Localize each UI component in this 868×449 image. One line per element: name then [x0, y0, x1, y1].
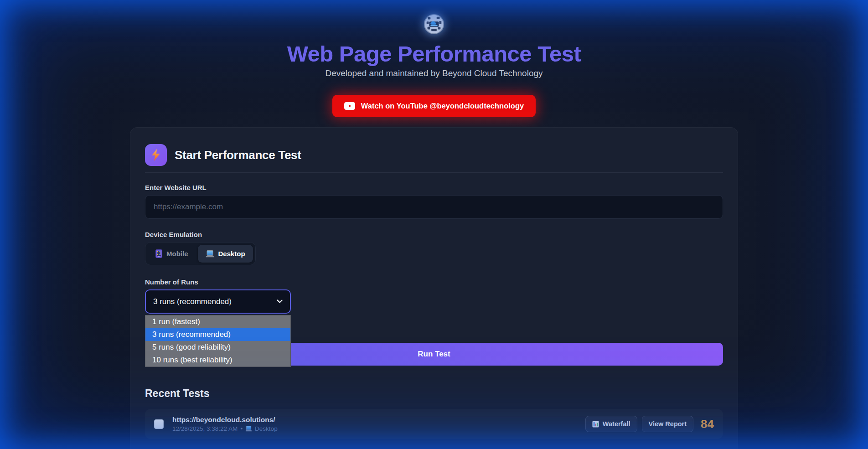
dropdown-option-1-run[interactable]: 1 run (fastest): [145, 315, 290, 328]
dropdown-option-5-runs[interactable]: 5 runs (good reliability): [145, 341, 290, 354]
runs-dropdown: 1 run (fastest) 3 runs (recommended) 5 r…: [145, 315, 291, 367]
page-title: Web Page Performance Test: [0, 41, 868, 67]
test-info: https://beyondcloud.solutions/ 12/28/202…: [172, 416, 278, 432]
test-row-checkbox[interactable]: [154, 419, 164, 429]
meta-separator: •: [240, 425, 243, 432]
header-divider: [145, 172, 723, 173]
laptop-icon: [245, 426, 252, 432]
hero-section: Web Page Performance Test Developed and …: [0, 0, 868, 117]
laptop-icon: [206, 250, 214, 258]
runs-select-wrap: 3 runs (recommended) 1 run (fastest) 3 r…: [145, 289, 291, 314]
page-subtitle: Developed and maintained by Beyond Cloud…: [0, 68, 868, 78]
test-meta: 12/28/2025, 3:38:22 AM • Desktop: [172, 425, 278, 432]
runs-label: Number of Runs: [145, 278, 723, 286]
bar-chart-icon: [592, 421, 599, 428]
recent-tests-heading: Recent Tests: [145, 387, 723, 400]
mobile-phone-icon: [155, 249, 162, 258]
waterfall-button[interactable]: Waterfall: [585, 416, 637, 432]
device-toggle-group: Mobile Desktop: [145, 242, 256, 265]
bolt-icon-badge: [145, 144, 167, 166]
test-url: https://beyondcloud.solutions/: [172, 416, 278, 424]
toggle-desktop-button[interactable]: Desktop: [198, 245, 253, 263]
youtube-play-icon: [344, 102, 355, 110]
recent-test-row: https://beyondcloud.solutions/ 12/28/202…: [145, 409, 723, 439]
chevron-down-icon: [277, 299, 283, 304]
waterfall-button-label: Waterfall: [603, 420, 630, 428]
performance-score: 84: [701, 417, 714, 431]
test-device: Desktop: [255, 425, 278, 432]
lightning-bolt-icon: [151, 149, 161, 161]
runs-select-value: 3 runs (recommended): [153, 297, 232, 306]
view-report-button-label: View Report: [649, 420, 687, 428]
card-heading: Start Performance Test: [175, 148, 301, 162]
url-input[interactable]: [145, 195, 723, 219]
beyond-cloud-logo-icon: [424, 14, 444, 35]
dropdown-option-10-runs[interactable]: 10 runs (best reliability): [145, 354, 290, 366]
start-test-card: Start Performance Test Enter Website URL…: [130, 127, 738, 449]
youtube-button[interactable]: Watch on YouTube @beyondcloudtechnology: [332, 95, 536, 117]
youtube-button-label: Watch on YouTube @beyondcloudtechnology: [361, 102, 524, 110]
runs-select[interactable]: 3 runs (recommended): [145, 289, 291, 314]
toggle-mobile-button[interactable]: Mobile: [148, 245, 196, 263]
device-label: Device Emulation: [145, 231, 723, 238]
card-header: Start Performance Test: [145, 144, 723, 166]
toggle-desktop-label: Desktop: [218, 250, 245, 258]
view-report-button[interactable]: View Report: [642, 416, 694, 432]
url-label: Enter Website URL: [145, 184, 723, 191]
test-timestamp: 12/28/2025, 3:38:22 AM: [172, 425, 238, 432]
dropdown-option-3-runs[interactable]: 3 runs (recommended): [145, 328, 290, 341]
toggle-mobile-label: Mobile: [166, 250, 188, 258]
